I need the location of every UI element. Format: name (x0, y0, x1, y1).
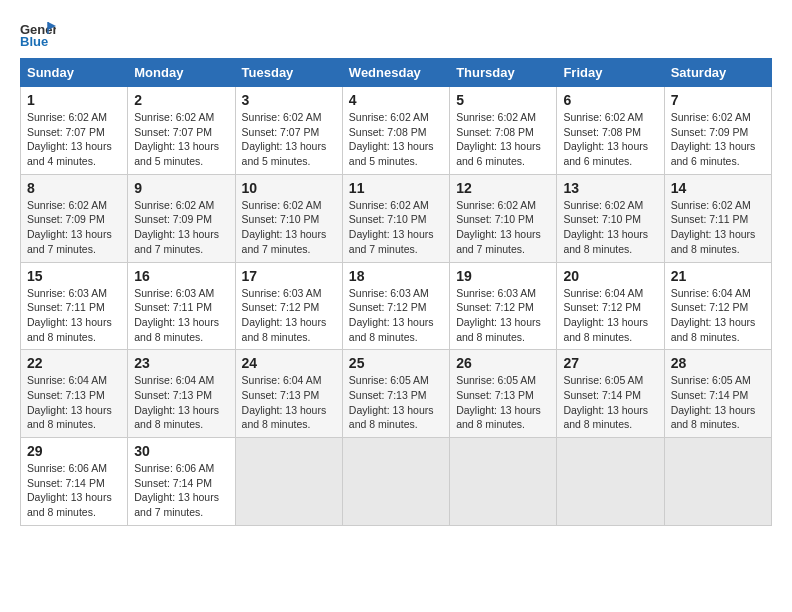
page-header: General Blue (20, 20, 772, 48)
day-info: Sunrise: 6:02 AMSunset: 7:11 PMDaylight:… (671, 198, 765, 257)
day-number: 7 (671, 92, 765, 108)
day-info: Sunrise: 6:05 AMSunset: 7:13 PMDaylight:… (456, 373, 550, 432)
calendar-cell: 1Sunrise: 6:02 AMSunset: 7:07 PMDaylight… (21, 87, 128, 175)
calendar-cell: 17Sunrise: 6:03 AMSunset: 7:12 PMDayligh… (235, 262, 342, 350)
day-info: Sunrise: 6:02 AMSunset: 7:09 PMDaylight:… (671, 110, 765, 169)
day-info: Sunrise: 6:03 AMSunset: 7:12 PMDaylight:… (456, 286, 550, 345)
calendar-cell: 29Sunrise: 6:06 AMSunset: 7:14 PMDayligh… (21, 438, 128, 526)
day-number: 3 (242, 92, 336, 108)
day-header-wednesday: Wednesday (342, 59, 449, 87)
day-info: Sunrise: 6:04 AMSunset: 7:13 PMDaylight:… (134, 373, 228, 432)
day-number: 19 (456, 268, 550, 284)
day-info: Sunrise: 6:04 AMSunset: 7:13 PMDaylight:… (242, 373, 336, 432)
day-info: Sunrise: 6:03 AMSunset: 7:11 PMDaylight:… (27, 286, 121, 345)
day-info: Sunrise: 6:06 AMSunset: 7:14 PMDaylight:… (27, 461, 121, 520)
day-number: 10 (242, 180, 336, 196)
day-number: 26 (456, 355, 550, 371)
day-info: Sunrise: 6:04 AMSunset: 7:13 PMDaylight:… (27, 373, 121, 432)
calendar-cell: 14Sunrise: 6:02 AMSunset: 7:11 PMDayligh… (664, 174, 771, 262)
calendar-cell: 2Sunrise: 6:02 AMSunset: 7:07 PMDaylight… (128, 87, 235, 175)
day-number: 2 (134, 92, 228, 108)
calendar-cell: 6Sunrise: 6:02 AMSunset: 7:08 PMDaylight… (557, 87, 664, 175)
day-number: 17 (242, 268, 336, 284)
day-info: Sunrise: 6:02 AMSunset: 7:08 PMDaylight:… (349, 110, 443, 169)
day-info: Sunrise: 6:02 AMSunset: 7:09 PMDaylight:… (134, 198, 228, 257)
day-number: 8 (27, 180, 121, 196)
calendar-cell: 25Sunrise: 6:05 AMSunset: 7:13 PMDayligh… (342, 350, 449, 438)
day-info: Sunrise: 6:02 AMSunset: 7:07 PMDaylight:… (134, 110, 228, 169)
calendar-cell (450, 438, 557, 526)
calendar-week-2: 8Sunrise: 6:02 AMSunset: 7:09 PMDaylight… (21, 174, 772, 262)
day-number: 12 (456, 180, 550, 196)
day-number: 21 (671, 268, 765, 284)
day-number: 11 (349, 180, 443, 196)
day-header-monday: Monday (128, 59, 235, 87)
day-info: Sunrise: 6:02 AMSunset: 7:07 PMDaylight:… (242, 110, 336, 169)
day-info: Sunrise: 6:04 AMSunset: 7:12 PMDaylight:… (563, 286, 657, 345)
calendar-cell: 28Sunrise: 6:05 AMSunset: 7:14 PMDayligh… (664, 350, 771, 438)
day-info: Sunrise: 6:02 AMSunset: 7:10 PMDaylight:… (242, 198, 336, 257)
calendar-table: SundayMondayTuesdayWednesdayThursdayFrid… (20, 58, 772, 526)
day-number: 22 (27, 355, 121, 371)
day-info: Sunrise: 6:03 AMSunset: 7:11 PMDaylight:… (134, 286, 228, 345)
day-number: 9 (134, 180, 228, 196)
day-header-thursday: Thursday (450, 59, 557, 87)
calendar-cell: 3Sunrise: 6:02 AMSunset: 7:07 PMDaylight… (235, 87, 342, 175)
calendar-cell: 10Sunrise: 6:02 AMSunset: 7:10 PMDayligh… (235, 174, 342, 262)
calendar-week-3: 15Sunrise: 6:03 AMSunset: 7:11 PMDayligh… (21, 262, 772, 350)
calendar-cell: 13Sunrise: 6:02 AMSunset: 7:10 PMDayligh… (557, 174, 664, 262)
day-number: 16 (134, 268, 228, 284)
calendar-cell: 9Sunrise: 6:02 AMSunset: 7:09 PMDaylight… (128, 174, 235, 262)
day-header-saturday: Saturday (664, 59, 771, 87)
day-number: 18 (349, 268, 443, 284)
day-number: 4 (349, 92, 443, 108)
day-number: 13 (563, 180, 657, 196)
calendar-cell: 7Sunrise: 6:02 AMSunset: 7:09 PMDaylight… (664, 87, 771, 175)
day-info: Sunrise: 6:05 AMSunset: 7:14 PMDaylight:… (671, 373, 765, 432)
day-header-tuesday: Tuesday (235, 59, 342, 87)
day-info: Sunrise: 6:02 AMSunset: 7:08 PMDaylight:… (456, 110, 550, 169)
day-info: Sunrise: 6:05 AMSunset: 7:13 PMDaylight:… (349, 373, 443, 432)
day-number: 27 (563, 355, 657, 371)
day-number: 20 (563, 268, 657, 284)
day-info: Sunrise: 6:03 AMSunset: 7:12 PMDaylight:… (349, 286, 443, 345)
day-info: Sunrise: 6:02 AMSunset: 7:09 PMDaylight:… (27, 198, 121, 257)
calendar-cell (664, 438, 771, 526)
logo: General Blue (20, 20, 60, 48)
calendar-cell: 11Sunrise: 6:02 AMSunset: 7:10 PMDayligh… (342, 174, 449, 262)
day-info: Sunrise: 6:02 AMSunset: 7:08 PMDaylight:… (563, 110, 657, 169)
calendar-cell (557, 438, 664, 526)
day-info: Sunrise: 6:04 AMSunset: 7:12 PMDaylight:… (671, 286, 765, 345)
calendar-cell (235, 438, 342, 526)
day-number: 6 (563, 92, 657, 108)
calendar-cell: 8Sunrise: 6:02 AMSunset: 7:09 PMDaylight… (21, 174, 128, 262)
day-number: 14 (671, 180, 765, 196)
day-info: Sunrise: 6:02 AMSunset: 7:07 PMDaylight:… (27, 110, 121, 169)
day-number: 15 (27, 268, 121, 284)
calendar-header-row: SundayMondayTuesdayWednesdayThursdayFrid… (21, 59, 772, 87)
day-info: Sunrise: 6:02 AMSunset: 7:10 PMDaylight:… (456, 198, 550, 257)
day-header-friday: Friday (557, 59, 664, 87)
calendar-cell: 18Sunrise: 6:03 AMSunset: 7:12 PMDayligh… (342, 262, 449, 350)
calendar-week-4: 22Sunrise: 6:04 AMSunset: 7:13 PMDayligh… (21, 350, 772, 438)
day-number: 28 (671, 355, 765, 371)
calendar-cell: 26Sunrise: 6:05 AMSunset: 7:13 PMDayligh… (450, 350, 557, 438)
calendar-cell: 16Sunrise: 6:03 AMSunset: 7:11 PMDayligh… (128, 262, 235, 350)
day-info: Sunrise: 6:05 AMSunset: 7:14 PMDaylight:… (563, 373, 657, 432)
day-info: Sunrise: 6:02 AMSunset: 7:10 PMDaylight:… (563, 198, 657, 257)
calendar-cell: 4Sunrise: 6:02 AMSunset: 7:08 PMDaylight… (342, 87, 449, 175)
day-number: 30 (134, 443, 228, 459)
day-number: 25 (349, 355, 443, 371)
day-number: 23 (134, 355, 228, 371)
day-number: 24 (242, 355, 336, 371)
calendar-cell: 5Sunrise: 6:02 AMSunset: 7:08 PMDaylight… (450, 87, 557, 175)
calendar-cell (342, 438, 449, 526)
svg-text:Blue: Blue (20, 34, 48, 48)
calendar-cell: 15Sunrise: 6:03 AMSunset: 7:11 PMDayligh… (21, 262, 128, 350)
calendar-cell: 19Sunrise: 6:03 AMSunset: 7:12 PMDayligh… (450, 262, 557, 350)
day-header-sunday: Sunday (21, 59, 128, 87)
calendar-cell: 30Sunrise: 6:06 AMSunset: 7:14 PMDayligh… (128, 438, 235, 526)
calendar-cell: 24Sunrise: 6:04 AMSunset: 7:13 PMDayligh… (235, 350, 342, 438)
day-number: 29 (27, 443, 121, 459)
day-info: Sunrise: 6:06 AMSunset: 7:14 PMDaylight:… (134, 461, 228, 520)
